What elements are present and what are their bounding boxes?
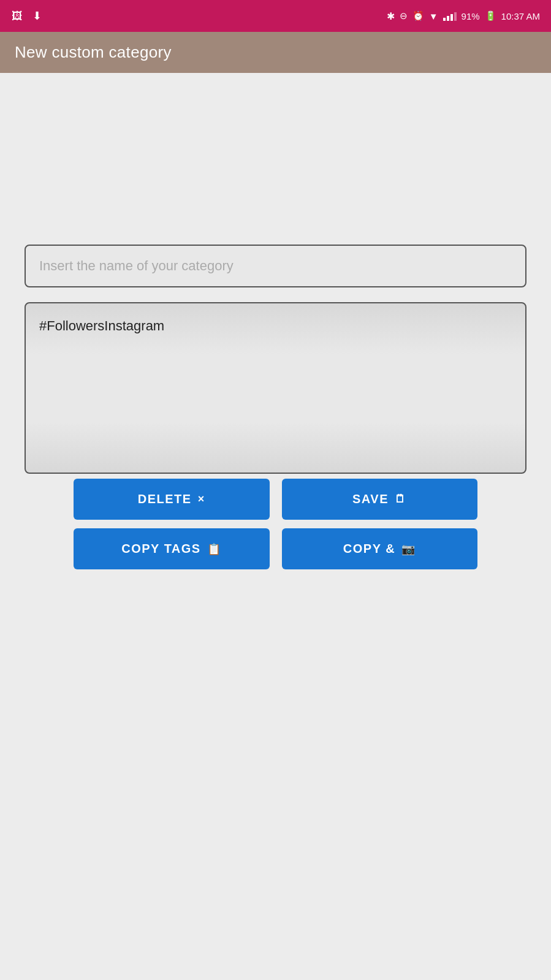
battery-icon: 🔋: [485, 10, 496, 21]
status-bar: 🖼 ⬇ ✱ ⊖ ⏰ ▼ 91% 🔋 10:37 AM: [0, 0, 551, 32]
app-header: New custom category: [0, 32, 551, 73]
buttons-row-1: DELETE × SAVE 🗒: [74, 479, 477, 520]
time-display: 10:37 AM: [501, 11, 540, 21]
buttons-area: DELETE × SAVE 🗒 COPY TAGS 📋 COPY & 📷: [0, 474, 551, 569]
copy-and-button[interactable]: COPY & 📷: [282, 528, 478, 569]
bluetooth-icon: ✱: [387, 10, 395, 22]
download-icon: ⬇: [31, 10, 43, 22]
delete-icon: ×: [198, 493, 205, 506]
bottom-spacer: [0, 569, 551, 980]
delete-button[interactable]: DELETE ×: [74, 479, 270, 520]
main-content: #FollowersInstagram DELETE × SAVE 🗒 COPY…: [0, 73, 551, 980]
copy-tags-icon: 📋: [207, 542, 222, 556]
tags-textarea[interactable]: #FollowersInstagram: [25, 302, 526, 474]
copy-tags-label: COPY TAGS: [121, 542, 200, 556]
minus-icon: ⊖: [400, 10, 408, 21]
status-bar-right-info: ✱ ⊖ ⏰ ▼ 91% 🔋 10:37 AM: [387, 10, 540, 22]
page-title: New custom category: [15, 43, 536, 62]
signal-bars: [443, 11, 457, 21]
status-bar-left-icons: 🖼 ⬇: [11, 10, 43, 22]
copy-and-icon: 📷: [401, 542, 416, 556]
category-name-input[interactable]: [25, 245, 526, 287]
copy-tags-button[interactable]: COPY TAGS 📋: [74, 528, 270, 569]
wifi-icon: ▼: [429, 11, 438, 21]
buttons-row-2: COPY TAGS 📋 COPY & 📷: [74, 528, 477, 569]
top-spacer: [0, 73, 551, 245]
save-label: SAVE: [352, 492, 389, 506]
copy-and-label: COPY &: [343, 542, 395, 556]
save-button[interactable]: SAVE 🗒: [282, 479, 478, 520]
form-area: #FollowersInstagram: [0, 245, 551, 474]
battery-percentage: 91%: [462, 11, 480, 21]
alarm-icon: ⏰: [412, 10, 424, 21]
save-icon: 🗒: [395, 493, 407, 506]
image-icon: 🖼: [11, 10, 23, 22]
delete-label: DELETE: [138, 492, 192, 506]
